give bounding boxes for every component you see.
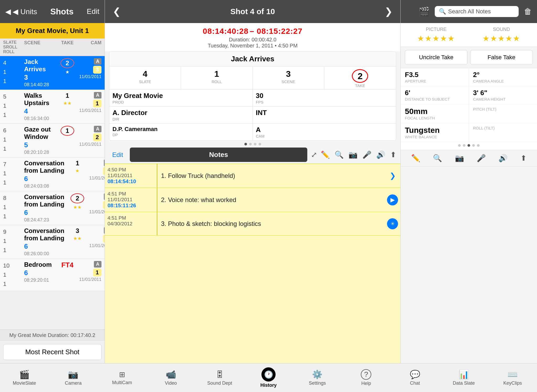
prev-shot-button[interactable]: ❮ [113, 6, 121, 17]
shot-date-5: 11/01/2011 [89, 209, 105, 215]
false-take-button[interactable]: False Take [470, 50, 533, 65]
date-label: Tuesday, November 1, 2011 • 4:50 PM [105, 43, 400, 49]
sound-stars[interactable]: ★★★★★ [482, 34, 520, 43]
roll-num-6: 1 [3, 236, 24, 246]
photo-view-button[interactable]: ✳ [387, 218, 398, 229]
dp-name: D.P. Cameraman [112, 126, 249, 133]
data-slate-label: Data Slate [453, 380, 475, 386]
tab-video[interactable]: 📹 Video [147, 363, 195, 392]
note-action-1[interactable]: ❯ [385, 164, 400, 188]
settings-icon: ⚙️ [312, 369, 323, 379]
trash-button[interactable]: 🗑 [524, 7, 532, 16]
search-box[interactable]: 🔍 Search All Notes [435, 6, 519, 17]
next-shot-button[interactable]: ❯ [385, 6, 393, 17]
rt-search-icon[interactable]: 🔍 [433, 154, 442, 162]
note-date-3: 04/30/2012 [108, 221, 154, 227]
uncircle-take-button[interactable]: Uncircle Take [405, 50, 468, 65]
cam-badge-6: A [104, 227, 105, 234]
shot-row-3[interactable]: 6 1 1 Gaze out Window 5 08:20:10:28 1 A … [0, 124, 105, 157]
dir-name: A. Director [112, 109, 249, 117]
tab-chat[interactable]: 💬 Chat [391, 363, 439, 392]
fps-val: 30 [256, 92, 393, 100]
camera-icon[interactable]: 📷 [348, 150, 358, 159]
note-text-3[interactable]: 3. Photo & sketch: blocking logistics [157, 212, 385, 235]
search-notes-icon[interactable]: 🔍 [335, 150, 344, 159]
white-balance-lbl: WHITE BALANCE [405, 135, 464, 139]
note-action-2[interactable]: ▶ [385, 188, 400, 212]
stars-1: ★ [65, 69, 69, 75]
white-balance-cell: Tungsten WHITE BALANCE [401, 123, 469, 142]
take-yellow-2: 1 [93, 100, 101, 107]
shot-time-1: 08:14:40:28 [24, 82, 54, 88]
rt-pencil-icon[interactable]: ✏️ [411, 154, 420, 162]
picture-stars[interactable]: ★★★★★ [417, 34, 455, 43]
shot-date-2: 11/01/2011 [79, 108, 101, 113]
left-panel: ◀ ◀ Units Shots Edit My Great Movie, Uni… [0, 0, 105, 363]
note-text-1[interactable]: 1. Follow Truck (handheld) [157, 164, 385, 188]
app-container: ◀ ◀ Units Shots Edit My Great Movie, Uni… [0, 0, 537, 363]
take-7: FT4 [61, 261, 73, 269]
shot-time-2: 08:16:34:00 [24, 116, 54, 121]
toolbar-edit-button[interactable]: Edit [109, 149, 126, 161]
picture-rating: PICTURE ★★★★★ [405, 27, 468, 43]
shot-date-6: 11/01/2011 [89, 243, 105, 248]
voice-play-button[interactable]: ▶ [387, 194, 398, 205]
expand-button[interactable]: ⤢ [311, 150, 317, 159]
tab-settings[interactable]: ⚙️ Settings [293, 363, 342, 392]
search-placeholder[interactable]: Search All Notes [448, 8, 491, 15]
shot-row-1[interactable]: 4 1 1 Jack Arrives 3 08:14:40:28 2 ★ A 3… [0, 56, 105, 90]
shot-row-7[interactable]: 10 1 1 Bedroom 6 08:29:20:01 FT4 A 1 11/… [0, 259, 105, 291]
most-recent-button[interactable]: Most Recent Shot [3, 344, 101, 360]
tab-history[interactable]: 🕐 History [244, 363, 293, 392]
shot-row-6[interactable]: 9 1 1 Conversation from Landing 6 08:26:… [0, 225, 105, 259]
tab-sound-dept[interactable]: 🎛 Sound Dept [195, 363, 244, 392]
video-icon: 📹 [166, 369, 176, 379]
fps-label: FPS [256, 100, 393, 104]
pitch-cell: PITCH (TILT) [469, 104, 537, 123]
tab-bar: 🎬 MovieSlate 📷 Camera ⊞ MultiCam 📹 Video… [0, 363, 537, 392]
camera-data-panel: F3.5 APERTURE 2° CAMERA ANGLE 6' DISTANC… [401, 68, 537, 150]
rt-share-icon[interactable]: ⬆ [520, 154, 527, 162]
cam-badge-7: A [94, 261, 101, 268]
tab-movieslate[interactable]: 🎬 MovieSlate [0, 363, 49, 392]
rt-speaker-icon[interactable]: 🔊 [498, 154, 508, 162]
note-text-2[interactable]: 2. Voice note: what worked [157, 188, 385, 212]
notes-tab[interactable]: Notes [130, 148, 307, 162]
focal-length-cell: 50mm FOCAL LENGTH [401, 104, 469, 123]
prod-label: PROD [112, 100, 249, 104]
tab-data-slate[interactable]: 📊 Data Slate [439, 363, 488, 392]
rt-mic-icon[interactable]: 🎤 [477, 154, 486, 162]
help-icon: ? [361, 369, 371, 380]
scene-number: 3 [254, 69, 323, 79]
tab-keyclips[interactable]: ⌨️ KeyClips [488, 363, 537, 392]
cam-badge-5: A [104, 193, 105, 200]
tab-multicam[interactable]: ⊞ MultiCam [98, 363, 146, 392]
shot-row-4[interactable]: 7 1 1 Conversation from Landing 6 08:24:… [0, 157, 105, 191]
slate-num-cell: 4 SLATE [109, 67, 181, 89]
shot-row-2[interactable]: 5 1 1 Walks Upstairs 4 08:16:34:00 1 ★★ … [0, 90, 105, 124]
speaker-icon[interactable]: 🔊 [376, 150, 385, 159]
share-icon[interactable]: ⬆ [390, 150, 396, 159]
cam-dot-3 [468, 144, 470, 147]
focal-length-val: 50mm [405, 107, 464, 116]
settings-label: Settings [309, 380, 326, 386]
slate-grid-top: 4 SLATE 1 ROLL 3 SCENE 2 TAKE [109, 67, 396, 90]
col-roll2: ROLL [3, 50, 24, 54]
rt-camera-icon[interactable]: 📷 [455, 154, 464, 162]
dot-4 [259, 143, 261, 145]
scene-name-2: Walks Upstairs [24, 92, 54, 107]
take-yellow-1: 3 [93, 66, 101, 74]
int-val: INT [256, 109, 393, 117]
note-action-3[interactable]: ✳ [385, 212, 400, 235]
back-button[interactable]: ◀ ◀ Units [5, 7, 37, 16]
edit-button[interactable]: Edit [87, 7, 99, 16]
pencil-icon[interactable]: ✏️ [321, 150, 330, 159]
microphone-icon[interactable]: 🎤 [362, 150, 372, 159]
shot-time-5: 08:24:47:23 [24, 217, 64, 223]
tab-help[interactable]: ? Help [342, 363, 390, 392]
col-take: TAKE [54, 40, 80, 54]
prod-name: My Great Movie [112, 92, 249, 100]
scene-num-4: 6 [24, 175, 64, 183]
shot-row-5[interactable]: 8 1 1 Conversation from Landing 6 08:24:… [0, 191, 105, 225]
tab-camera[interactable]: 📷 Camera [49, 363, 98, 392]
